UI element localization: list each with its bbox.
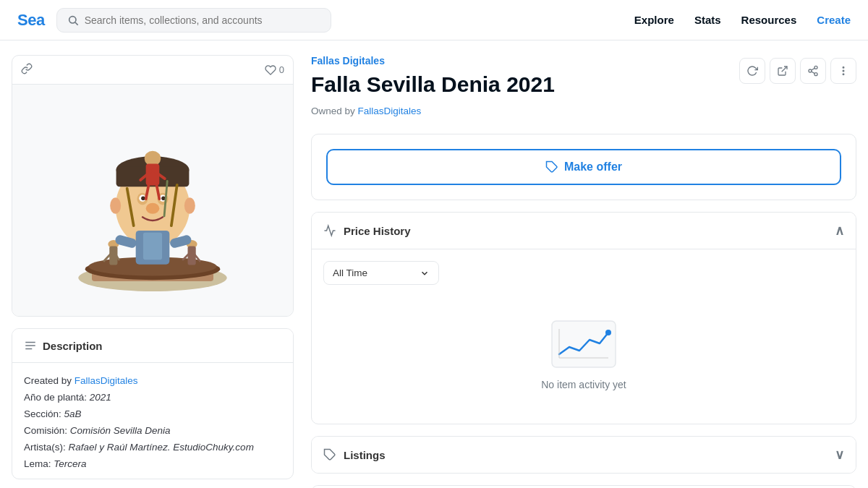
nav-stats[interactable]: Stats (694, 14, 721, 26)
price-history-icon (323, 224, 336, 237)
left-column: 0 (12, 55, 294, 488)
desc-comision-key: Comisión: (24, 425, 70, 436)
external-link-button[interactable] (770, 58, 796, 84)
no-activity-area: No item activity yet (323, 296, 844, 412)
nft-artwork (59, 99, 247, 301)
svg-line-46 (812, 72, 815, 74)
share-button[interactable] (800, 58, 826, 84)
nav-resources[interactable]: Resources (741, 14, 797, 26)
nav-create[interactable]: Create (817, 14, 851, 26)
desc-seccion-key: Sección: (24, 408, 64, 419)
svg-point-50 (843, 74, 843, 74)
header-nav: Explore Stats Resources Create (634, 14, 851, 26)
action-icons (739, 58, 856, 84)
nft-image-header: 0 (12, 56, 293, 85)
description-body: Created by FallasDigitales Año de plantá… (12, 363, 293, 479)
share-icon (807, 65, 819, 77)
owned-by-label: Owned by (311, 106, 355, 116)
description-header[interactable]: Description (12, 329, 293, 363)
svg-point-23 (184, 197, 195, 213)
listings-chevron-down: ∨ (835, 447, 844, 463)
owned-by: Owned by FallasDigitales (311, 106, 555, 116)
search-bar[interactable] (56, 8, 331, 33)
time-select-label: All Time (333, 267, 367, 278)
nft-meta: Fallas Digitales Falla Sevilla Denia 202… (311, 55, 555, 131)
nft-image-card: 0 (12, 55, 294, 317)
svg-point-45 (814, 73, 817, 76)
svg-point-53 (605, 330, 611, 335)
refresh-icon (746, 65, 758, 77)
svg-point-21 (146, 203, 160, 214)
right-col-header: Fallas Digitales Falla Sevilla Denia 202… (311, 55, 856, 131)
desc-lema-val: Tercera (54, 458, 86, 469)
svg-rect-52 (552, 321, 616, 367)
header: Sea Explore Stats Resources Create (0, 0, 868, 40)
listings-accordion: Listings ∨ (311, 436, 856, 474)
svg-line-1 (75, 22, 78, 25)
header-left: Sea (17, 8, 331, 33)
refresh-button[interactable] (739, 58, 765, 84)
desc-artista-val: Rafael y Raúl Martínez. EstudioChuky.com (69, 442, 254, 453)
listings-label: Listings (344, 449, 386, 461)
svg-point-0 (69, 16, 75, 22)
svg-point-19 (141, 196, 145, 200)
make-offer-card: Make offer (311, 134, 856, 200)
time-select[interactable]: All Time (323, 261, 439, 285)
price-history-header[interactable]: Price History ∧ (312, 213, 856, 249)
price-history-chevron-up: ∧ (835, 223, 844, 239)
listings-icon (323, 448, 336, 461)
nav-explore[interactable]: Explore (634, 14, 674, 26)
make-offer-label: Make offer (564, 160, 622, 174)
chart-placeholder-icon (549, 318, 618, 370)
svg-point-33 (145, 151, 161, 166)
no-activity-text: No item activity yet (541, 379, 626, 390)
tag-icon (545, 160, 558, 174)
desc-año-val: 2021 (90, 392, 111, 403)
svg-point-43 (814, 66, 817, 69)
nft-title: Falla Sevilla Denia 2021 (311, 72, 555, 97)
more-options-button[interactable] (830, 58, 856, 84)
search-icon (67, 14, 79, 26)
desc-año-key: Año de plantá: (24, 392, 90, 403)
svg-point-49 (843, 70, 843, 71)
collection-name[interactable]: Fallas Digitales (311, 55, 555, 67)
offers-accordion: Offers ∧ (311, 485, 856, 488)
svg-point-22 (110, 197, 121, 213)
price-history-label: Price History (344, 225, 411, 237)
description-title: Description (43, 340, 103, 352)
search-input[interactable] (85, 14, 320, 26)
desc-artista-key: Artista(s): (24, 442, 69, 453)
price-history-body: All Time (312, 249, 856, 424)
external-link-icon (777, 65, 788, 77)
description-icon (24, 339, 37, 352)
description-card: Description Created by FallasDigitales A… (12, 328, 294, 479)
owner-link[interactable]: FallasDigitales (358, 106, 422, 116)
svg-rect-27 (143, 233, 162, 260)
right-column: Fallas Digitales Falla Sevilla Denia 202… (311, 55, 856, 488)
creator-link[interactable]: FallasDigitales (75, 375, 138, 386)
svg-point-48 (843, 67, 843, 68)
desc-seccion-val: 5aB (64, 408, 82, 419)
svg-point-44 (809, 69, 812, 72)
svg-line-42 (782, 67, 787, 72)
more-icon (838, 65, 849, 77)
price-history-accordion: Price History ∧ All Time (311, 212, 856, 424)
listings-header[interactable]: Listings ∨ (312, 437, 856, 473)
desc-lema-key: Lema: (24, 458, 54, 469)
svg-line-47 (812, 68, 815, 70)
main-content: 0 (0, 40, 868, 488)
chevron-down-icon (420, 268, 430, 278)
nft-image-container (12, 85, 293, 316)
listings-header-left: Listings (323, 448, 386, 461)
created-by-label: Created by (24, 375, 72, 386)
logo[interactable]: Sea (17, 11, 45, 30)
like-count: 0 (279, 64, 284, 75)
price-history-header-left: Price History (323, 224, 411, 237)
like-button[interactable]: 0 (265, 64, 284, 76)
link-icon[interactable] (21, 63, 33, 77)
desc-comision-val: Comisión Sevilla Denia (70, 425, 171, 436)
make-offer-button[interactable]: Make offer (326, 149, 841, 185)
